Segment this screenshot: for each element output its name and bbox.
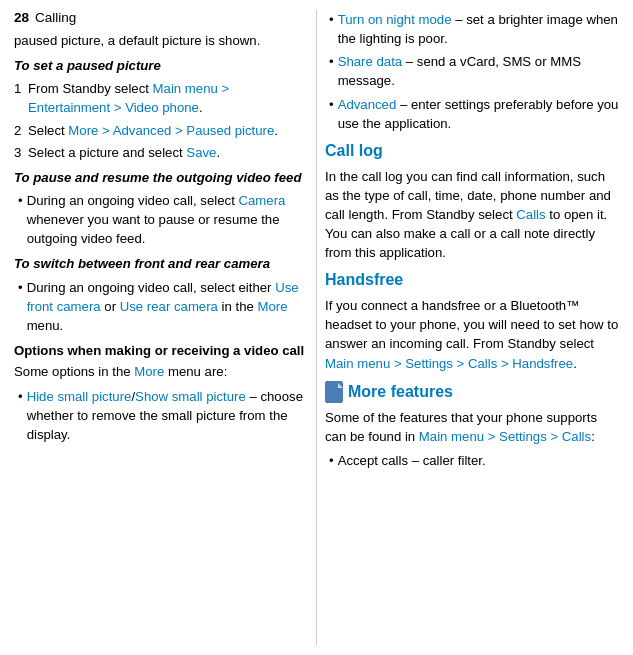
options-heading: Options when making or receiving a video… xyxy=(14,342,306,360)
right-column: • Turn on night mode – set a brighter im… xyxy=(316,10,633,645)
link-camera[interactable]: Camera xyxy=(239,193,286,208)
link-advanced[interactable]: Advanced xyxy=(338,97,397,112)
section2-heading: To pause and resume the outgoing video f… xyxy=(14,168,306,187)
link-main-menu-entertainment[interactable]: Main menu > Entertainment > Video phone xyxy=(28,81,229,115)
left-column: 28 Calling paused picture, a default pic… xyxy=(0,10,316,645)
section1-heading: To set a paused picture xyxy=(14,56,306,75)
link-hide-small[interactable]: Hide small picture xyxy=(27,389,132,404)
link-save[interactable]: Save xyxy=(186,145,216,160)
link-calls[interactable]: Calls xyxy=(516,207,545,222)
doc-icon xyxy=(325,381,343,403)
section3-heading: To switch between front and rear camera xyxy=(14,254,306,273)
page-number-area: 28 Calling xyxy=(14,10,306,25)
link-rear-camera[interactable]: Use rear camera xyxy=(120,299,218,314)
bullet-advanced: • Advanced – enter settings preferably b… xyxy=(325,95,621,133)
handsfree-heading: Handsfree xyxy=(325,270,621,291)
link-more-advanced-paused[interactable]: More > Advanced > Paused picture xyxy=(68,123,274,138)
link-more-options[interactable]: More xyxy=(134,364,164,379)
link-share-data[interactable]: Share data xyxy=(338,54,403,69)
page-label: Calling xyxy=(35,10,76,25)
morefeatures-title: More features xyxy=(348,383,453,401)
handsfree-text: If you connect a handsfree or a Bluetoot… xyxy=(325,296,621,373)
bullet-hide-show: • Hide small picture/Show small picture … xyxy=(14,387,306,444)
bullet-camera-switch: • During an ongoing video call, select e… xyxy=(14,278,306,335)
link-turn-on-night-mode[interactable]: Turn on night mode xyxy=(338,12,452,27)
morefeatures-text: Some of the features that your phone sup… xyxy=(325,408,621,446)
bullet-night-mode: • Turn on night mode – set a brighter im… xyxy=(325,10,621,48)
page-container: 28 Calling paused picture, a default pic… xyxy=(0,0,633,655)
bullet-share-data: • Share data – send a vCard, SMS or MMS … xyxy=(325,52,621,90)
step-3: 3 Select a picture and select Save. xyxy=(14,143,306,162)
link-show-small[interactable]: Show small picture xyxy=(135,389,246,404)
bullet-camera: • During an ongoing video call, select C… xyxy=(14,191,306,248)
intro-text: paused picture, a default picture is sho… xyxy=(14,31,306,50)
link-handsfree-settings[interactable]: Main menu > Settings > Calls > Handsfree xyxy=(325,356,573,371)
step-2: 2 Select More > Advanced > Paused pictur… xyxy=(14,121,306,140)
calllog-text: In the call log you can find call inform… xyxy=(325,167,621,263)
options-subtext: Some options in the More menu are: xyxy=(14,362,306,381)
link-more-menu[interactable]: More xyxy=(258,299,288,314)
morefeatures-heading: More features xyxy=(325,381,621,403)
link-settings-calls[interactable]: Main menu > Settings > Calls xyxy=(419,429,591,444)
page-number: 28 xyxy=(14,10,29,25)
calllog-heading: Call log xyxy=(325,141,621,162)
bullet-accept-calls: • Accept calls – caller filter. xyxy=(325,451,621,470)
step-1: 1 From Standby select Main menu > Entert… xyxy=(14,79,306,117)
